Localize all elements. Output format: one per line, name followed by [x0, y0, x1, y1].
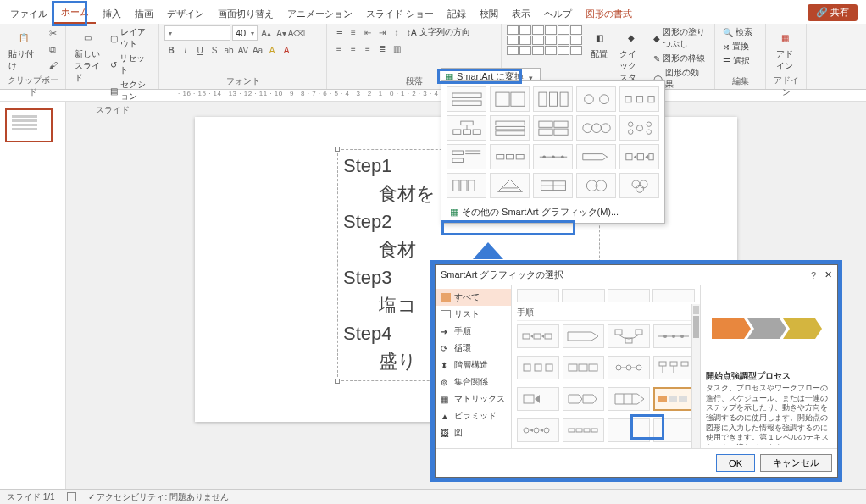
cat-list[interactable]: リスト	[436, 306, 511, 323]
smartart-option[interactable]	[490, 86, 530, 112]
addins-button[interactable]: ▦アド イン	[771, 25, 798, 74]
smartart-option[interactable]	[490, 173, 530, 198]
smartart-option[interactable]	[533, 144, 573, 169]
font-size-combo[interactable]: 40▾	[232, 25, 258, 41]
cat-process[interactable]: ➜手順	[436, 323, 511, 340]
slide-thumbnail-1[interactable]	[5, 108, 53, 142]
layout-button[interactable]: ▢ レイアウト	[108, 25, 153, 51]
tab-file[interactable]: ファイル	[3, 4, 54, 24]
shape-fill-button[interactable]: ◆ 図形の塗りつぶし	[651, 25, 709, 51]
more-smartart-graphics-item[interactable]: ▦ その他の SmartArt グラフィック(M)...	[447, 202, 659, 221]
smartart-option[interactable]	[447, 115, 486, 141]
select-button[interactable]: ☰ 選択	[720, 54, 755, 68]
language-indicator[interactable]	[67, 492, 76, 501]
smartart-option[interactable]	[576, 86, 616, 112]
arrange-button[interactable]: ◧配置	[586, 25, 613, 62]
smartart-option[interactable]	[490, 144, 530, 169]
cat-matrix[interactable]: ▦マトリックス	[436, 390, 511, 407]
section-button[interactable]: ▤ セクション	[108, 78, 153, 103]
resize-handle[interactable]	[335, 379, 340, 384]
columns-icon[interactable]: ▥	[390, 42, 403, 55]
tab-shape-format[interactable]: 図形の書式	[579, 4, 639, 24]
align-center-icon[interactable]: ≡	[347, 42, 360, 55]
underline-icon[interactable]: U	[193, 43, 207, 57]
smartart-option[interactable]	[576, 115, 616, 141]
cat-cycle[interactable]: ⟳循環	[436, 340, 511, 357]
italic-icon[interactable]: I	[179, 43, 192, 57]
smartart-option[interactable]	[533, 173, 573, 198]
tab-slideshow[interactable]: スライド ショー	[359, 4, 441, 24]
new-slide-button[interactable]: ▭ 新しい スライド	[71, 25, 104, 86]
layout-option[interactable]	[517, 418, 559, 442]
layout-scrollbar[interactable]	[691, 304, 700, 448]
text-direction-button[interactable]: ↕A 文字列の方向	[404, 25, 473, 39]
spacing-icon[interactable]: AV	[236, 43, 250, 57]
cat-hierarchy[interactable]: ⬍階層構造	[436, 357, 511, 374]
clear-format-icon[interactable]: A⌫	[290, 26, 303, 40]
shadow-icon[interactable]: ab	[222, 43, 236, 57]
tab-help[interactable]: ヘルプ	[537, 4, 579, 24]
justify-icon[interactable]: ≣	[375, 42, 389, 55]
layout-option[interactable]	[563, 387, 605, 411]
smartart-option[interactable]	[619, 144, 659, 169]
smartart-option[interactable]	[533, 86, 573, 112]
layout-option[interactable]	[608, 356, 650, 379]
shape-outline-button[interactable]: ✎ 図形の枠線	[651, 52, 709, 65]
cat-relationship[interactable]: ⊚集合関係	[436, 374, 511, 390]
strike-icon[interactable]: S	[208, 43, 221, 57]
numbering-icon[interactable]: ≡	[347, 25, 360, 39]
resize-handle[interactable]	[335, 147, 340, 152]
layout-option[interactable]	[563, 418, 605, 442]
close-icon[interactable]: ✕	[824, 269, 832, 280]
layout-option[interactable]	[653, 356, 696, 379]
smartart-option[interactable]	[619, 115, 659, 141]
format-painter-icon[interactable]: 🖌	[45, 58, 60, 73]
layout-option[interactable]	[517, 356, 559, 379]
font-color-icon[interactable]: A	[280, 43, 293, 57]
slide-thumbnails-pane[interactable]: 1	[0, 102, 66, 489]
layout-option[interactable]	[517, 387, 559, 411]
line-space-icon[interactable]: ↕	[390, 25, 403, 39]
align-left-icon[interactable]: ≡	[332, 42, 346, 55]
smartart-option[interactable]	[576, 144, 616, 169]
copy-icon[interactable]: ⧉	[45, 42, 60, 57]
layout-option[interactable]	[653, 418, 696, 442]
smartart-option[interactable]	[576, 173, 616, 198]
bullets-icon[interactable]: ≔	[332, 25, 346, 39]
indent-inc-icon[interactable]: ⇥	[375, 25, 389, 39]
reset-button[interactable]: ↺ リセット	[108, 52, 153, 77]
font-family-combo[interactable]	[164, 25, 230, 41]
layout-option[interactable]	[653, 324, 696, 348]
ok-button[interactable]: OK	[716, 454, 755, 472]
smartart-option[interactable]	[447, 173, 486, 198]
smartart-option[interactable]	[619, 173, 659, 198]
tab-design[interactable]: デザイン	[160, 4, 211, 24]
tab-record[interactable]: 記録	[441, 4, 473, 24]
layout-option-selected[interactable]	[653, 387, 696, 411]
indent-dec-icon[interactable]: ⇤	[361, 25, 375, 39]
layout-option[interactable]	[608, 387, 650, 411]
highlight-icon[interactable]: A	[265, 43, 279, 57]
tab-draw[interactable]: 描画	[128, 4, 160, 24]
layout-option[interactable]	[608, 418, 650, 442]
layout-option[interactable]	[563, 356, 605, 379]
layout-option[interactable]	[608, 324, 650, 348]
smartart-option[interactable]	[490, 115, 530, 141]
tab-review[interactable]: 校閲	[473, 4, 505, 24]
share-button[interactable]: 🔗 共有	[808, 4, 858, 21]
tab-insert[interactable]: 挿入	[96, 4, 128, 24]
smartart-option[interactable]	[447, 86, 486, 112]
smartart-option[interactable]	[533, 115, 573, 141]
cat-picture[interactable]: 🖼図	[436, 424, 511, 441]
cat-pyramid[interactable]: ▲ピラミッド	[436, 407, 511, 424]
align-right-icon[interactable]: ≡	[361, 42, 375, 55]
cut-icon[interactable]: ✂	[45, 25, 60, 41]
paste-button[interactable]: 📋 貼り付け	[5, 25, 42, 74]
cancel-button[interactable]: キャンセル	[760, 454, 832, 472]
smartart-option[interactable]	[447, 144, 486, 169]
tab-animation[interactable]: アニメーション	[280, 4, 359, 24]
case-icon[interactable]: Aa	[251, 43, 264, 57]
tab-home[interactable]: ホーム	[54, 3, 96, 24]
shrink-font-icon[interactable]: A▾	[275, 26, 288, 40]
smartart-option[interactable]	[619, 86, 659, 112]
